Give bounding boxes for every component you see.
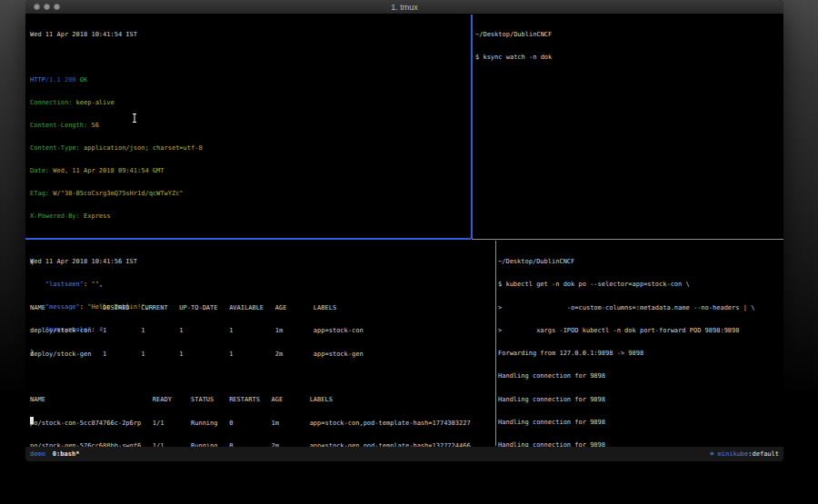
mouse-ibeam-cursor bbox=[132, 114, 137, 123]
kube-namespace: :default bbox=[748, 450, 779, 458]
http-header-line: ETag: W/"38-05coCsrg3mQ75sHr1d/qcWTwYZc" bbox=[30, 190, 203, 198]
session-name: demo bbox=[30, 450, 45, 458]
kube-context: minikube bbox=[713, 450, 748, 458]
http-reason: OK bbox=[80, 76, 87, 84]
cwd-line: ~/Desktop/DublinCNCF bbox=[475, 31, 552, 39]
pane-bottom-left-kubectl-get[interactable]: Wed 11 Apr 2018 10:41:56 IST NAME DESIRE… bbox=[30, 243, 471, 447]
close-button[interactable] bbox=[34, 4, 40, 10]
forwarding-line: Forwarding from 127.0.0.1:9898 -> 9898 bbox=[498, 350, 754, 358]
http-header-line: Content-Length: 56 bbox=[30, 122, 203, 130]
http-header-line: Connection: keep-alive bbox=[30, 99, 203, 107]
pods-table-header: NAME READY STATUS RESTARTS AGE LABELS bbox=[30, 396, 471, 404]
command-line: $ ksync watch -n dok bbox=[475, 54, 552, 62]
pane-divider-horizontal-left-active[interactable] bbox=[25, 238, 471, 240]
blank-line bbox=[30, 373, 471, 381]
handling-connection-line: Handling connection for 9898 bbox=[498, 372, 754, 380]
window-titlebar[interactable]: 1. tmux bbox=[25, 0, 783, 15]
pane-divider-vertical-top-active[interactable] bbox=[471, 15, 473, 239]
pane-bottom-right-port-forward[interactable]: ~/Desktop/DublinCNCF $ kubectl get -n do… bbox=[498, 243, 754, 447]
traffic-lights bbox=[34, 4, 60, 10]
http-version-code: /1.1 200 bbox=[45, 76, 80, 84]
pane-divider-vertical-bottom[interactable] bbox=[495, 241, 496, 446]
timestamp-line: Wed 11 Apr 2018 10:41:56 IST bbox=[30, 258, 471, 266]
http-protocol: HTTP bbox=[30, 76, 45, 84]
pane-top-right-ksync[interactable]: ~/Desktop/DublinCNCF $ ksync watch -n do… bbox=[475, 16, 552, 76]
status-right: ☸ minikube :default bbox=[710, 450, 779, 458]
pods-table-row: po/stock-con-5cc874766c-2p6rp 1/1 Runnin… bbox=[30, 420, 471, 428]
command-line: $ kubectl get -n dok po --selector=app=s… bbox=[498, 281, 754, 289]
timestamp-line: Wed 11 Apr 2018 10:41:54 IST bbox=[30, 31, 203, 39]
command-continuation-line: > xargs -IPOD kubectl -n dok port-forwar… bbox=[498, 327, 754, 335]
command-continuation-line: > -o=custom-columns=:metadata.name --no-… bbox=[498, 304, 754, 312]
window-title: 1. tmux bbox=[25, 0, 783, 15]
handling-connection-line: Handling connection for 9898 bbox=[498, 419, 754, 427]
terminal-body: Wed 11 Apr 2018 10:41:54 IST HTTP/1.1 20… bbox=[25, 15, 783, 447]
http-header-line: Date: Wed, 11 Apr 2018 09:41:54 GMT bbox=[30, 167, 203, 175]
pane-divider-horizontal-right[interactable] bbox=[472, 239, 783, 240]
http-header-line: Content-Type: application/json; charset=… bbox=[30, 144, 203, 153]
deployments-table-row: deploy/stock-gen 1 1 1 1 2m app=stock-ge… bbox=[30, 351, 471, 359]
minimize-button[interactable] bbox=[44, 4, 50, 10]
blank-line bbox=[30, 281, 471, 289]
cwd-line: ~/Desktop/DublinCNCF bbox=[498, 258, 754, 266]
handling-connection-line: Handling connection for 9898 bbox=[498, 396, 754, 404]
http-status-line: HTTP/1.1 200 OK bbox=[30, 76, 203, 84]
deployments-table-row: deploy/stock-con 1 1 1 1 1m app=stock-co… bbox=[30, 327, 471, 335]
window-flag[interactable]: 0:bash* bbox=[53, 450, 80, 458]
http-header-line: X-Powered-By: Express bbox=[30, 212, 203, 221]
terminal-window: 1. tmux Wed 11 Apr 2018 10:41:54 IST HTT… bbox=[25, 0, 783, 462]
blank-line bbox=[30, 54, 203, 62]
zoom-button[interactable] bbox=[54, 4, 60, 10]
tmux-status-bar: demo 0:bash* ☸ minikube :default bbox=[25, 447, 783, 461]
status-left: demo 0:bash* bbox=[30, 450, 79, 458]
deployments-table-header: NAME DESIRED CURRENT UP-TO-DATE AVAILABL… bbox=[30, 304, 471, 312]
